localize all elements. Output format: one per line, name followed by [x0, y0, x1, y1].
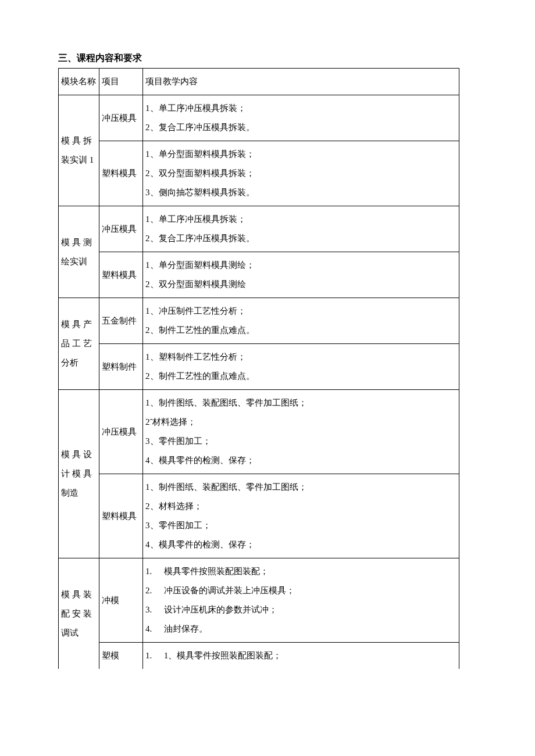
content-line: 3. 设计冲压机床的参数并试冲；	[145, 600, 456, 619]
item-cell: 冲压模具	[99, 206, 143, 252]
content-line: 2、制件工艺性的重点难点。	[145, 367, 456, 386]
content-line: 2、制件工艺性的重点难点。	[145, 321, 456, 340]
content-line: 4. 油封保存。	[145, 619, 456, 639]
table-row: 塑料制件1、塑料制件工艺性分析；2、制件工艺性的重点难点。	[59, 344, 459, 390]
content-line: 1、单分型面塑料模具拆装；	[145, 145, 456, 164]
item-cell: 冲压模具	[99, 390, 143, 474]
list-number: 4.	[145, 619, 162, 639]
item-cell: 塑模	[99, 643, 143, 669]
content-cell: 1、塑料制件工艺性分析；2、制件工艺性的重点难点。	[143, 344, 459, 390]
content-line: 1、制件图纸、装配图纸、零件加工图纸；	[145, 393, 456, 413]
content-line: 3、零件图加工；	[145, 432, 456, 451]
list-text: 冲压设备的调试并装上冲压模具；	[162, 586, 295, 595]
item-cell: 冲压模具	[99, 95, 143, 141]
content-line: 2、双分型面塑料模具拆装；	[145, 164, 456, 183]
item-cell: 塑料模具	[99, 474, 143, 558]
content-cell: 1、单分型面塑料模具测绘；2、双分型面塑料模具测绘	[143, 252, 459, 298]
module-cell: 模 具 拆装实训 1	[59, 95, 99, 206]
table-row: 模 具 测绘实训冲压模具1、单工序冲压模具拆装；2、复合工序冲压模具拆装。	[59, 206, 459, 252]
list-text: 油封保存。	[162, 624, 208, 633]
table-row: 塑模1. 1、模具零件按照装配图装配；	[59, 643, 459, 669]
module-cell: 模 具 产品 工 艺分析	[59, 298, 99, 390]
content-line: 2、材料选择；	[145, 497, 456, 516]
table-row: 模 具 拆装实训 1冲压模具1、单工序冲压模具拆装；2、复合工序冲压模具拆装。	[59, 95, 459, 141]
header-item: 项目	[99, 69, 143, 95]
content-cell: 1、冲压制件工艺性分析；2、制件工艺性的重点难点。	[143, 298, 459, 344]
table-row: 塑料模具1、单分型面塑料模具拆装；2、双分型面塑料模具拆装；3、侧向抽芯塑料模具…	[59, 141, 459, 206]
table-row: 模 具 装配 安 装调试冲模1. 模具零件按照装配图装配；2. 冲压设备的调试并…	[59, 558, 459, 643]
content-cell: 1、单工序冲压模具拆装；2、复合工序冲压模具拆装。	[143, 206, 459, 252]
module-cell: 模 具 设计 模 具制造	[59, 390, 99, 558]
content-line: 1、单工序冲压模具拆装；	[145, 99, 456, 118]
content-line: 2、复合工序冲压模具拆装。	[145, 118, 456, 137]
content-line: 2. 冲压设备的调试并装上冲压模具；	[145, 581, 456, 600]
content-line: 4、模具零件的检测、保存；	[145, 451, 456, 470]
item-cell: 塑料制件	[99, 344, 143, 390]
content-cell: 1、单工序冲压模具拆装；2、复合工序冲压模具拆装。	[143, 95, 459, 141]
list-number: 1.	[145, 562, 162, 581]
content-cell: 1、制件图纸、装配图纸、零件加工图纸；2、材料选择；3、零件图加工；4、模具零件…	[143, 474, 459, 558]
content-line: 2ˆ材料选择；	[145, 413, 456, 432]
table-body: 模块名称 项目 项目教学内容 模 具 拆装实训 1冲压模具1、单工序冲压模具拆装…	[59, 69, 459, 669]
table-header-row: 模块名称 项目 项目教学内容	[59, 69, 459, 95]
section-title: 三、课程内容和要求	[58, 52, 477, 65]
list-number: 1.	[145, 646, 162, 665]
list-number: 2.	[145, 581, 162, 600]
content-line: 2、双分型面塑料模具测绘	[145, 275, 456, 294]
list-text: 模具零件按照装配图装配；	[162, 567, 269, 576]
content-line: 3、零件图加工；	[145, 516, 456, 535]
content-line: 1、制件图纸、装配图纸、零件加工图纸；	[145, 478, 456, 497]
content-cell: 1、单分型面塑料模具拆装；2、双分型面塑料模具拆装；3、侧向抽芯塑料模具拆装。	[143, 141, 459, 206]
list-text: 设计冲压机床的参数并试冲；	[162, 605, 277, 614]
table-row: 模 具 产品 工 艺分析五金制件1、冲压制件工艺性分析；2、制件工艺性的重点难点…	[59, 298, 459, 344]
content-line: 2、复合工序冲压模具拆装。	[145, 229, 456, 248]
table-row: 塑料模具1、单分型面塑料模具测绘；2、双分型面塑料模具测绘	[59, 252, 459, 298]
item-cell: 塑料模具	[99, 141, 143, 206]
table-row: 模 具 设计 模 具制造冲压模具1、制件图纸、装配图纸、零件加工图纸；2ˆ材料选…	[59, 390, 459, 474]
table-row: 塑料模具1、制件图纸、装配图纸、零件加工图纸；2、材料选择；3、零件图加工；4、…	[59, 474, 459, 558]
content-line: 1、塑料制件工艺性分析；	[145, 347, 456, 367]
content-cell: 1. 模具零件按照装配图装配；2. 冲压设备的调试并装上冲压模具；3. 设计冲压…	[143, 558, 459, 643]
content-line: 3、侧向抽芯塑料模具拆装。	[145, 183, 456, 202]
content-line: 4、模具零件的检测、保存；	[145, 535, 456, 554]
header-module: 模块名称	[59, 69, 99, 95]
module-cell: 模 具 装配 安 装调试	[59, 558, 99, 669]
content-cell: 1、制件图纸、装配图纸、零件加工图纸；2ˆ材料选择；3、零件图加工；4、模具零件…	[143, 390, 459, 474]
curriculum-table: 模块名称 项目 项目教学内容 模 具 拆装实训 1冲压模具1、单工序冲压模具拆装…	[58, 68, 459, 669]
content-line: 1、冲压制件工艺性分析；	[145, 302, 456, 321]
content-line: 1、单工序冲压模具拆装；	[145, 210, 456, 229]
content-line: 1. 模具零件按照装配图装配；	[145, 562, 456, 581]
header-content: 项目教学内容	[143, 69, 459, 95]
item-cell: 冲模	[99, 558, 143, 643]
content-cell: 1. 1、模具零件按照装配图装配；	[143, 643, 459, 669]
document-page: 三、课程内容和要求 模块名称 项目 项目教学内容 模 具 拆装实训 1冲压模具1…	[0, 0, 535, 704]
list-text: 1、模具零件按照装配图装配；	[162, 651, 281, 660]
item-cell: 塑料模具	[99, 252, 143, 298]
content-line: 1. 1、模具零件按照装配图装配；	[145, 646, 456, 665]
module-cell: 模 具 测绘实训	[59, 206, 99, 298]
item-cell: 五金制件	[99, 298, 143, 344]
list-number: 3.	[145, 600, 162, 619]
content-line: 1、单分型面塑料模具测绘；	[145, 256, 456, 275]
